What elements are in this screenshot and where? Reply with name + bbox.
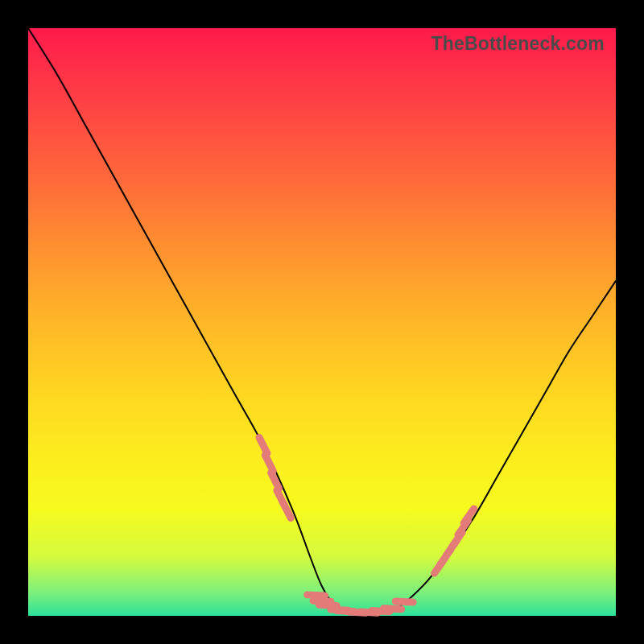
highlight-dash xyxy=(259,437,267,453)
highlight-dots-left xyxy=(259,437,291,518)
highlight-dash xyxy=(319,605,336,605)
highlight-dash xyxy=(265,455,273,471)
plot-area: TheBottleneck.com xyxy=(28,28,616,616)
bottleneck-curve xyxy=(28,28,616,613)
chart-svg xyxy=(28,28,616,616)
highlight-dots-valley xyxy=(308,595,413,613)
highlight-dash xyxy=(395,601,413,602)
chart-frame: TheBottleneck.com xyxy=(0,0,644,644)
highlight-dash xyxy=(384,609,402,609)
highlight-dots-right xyxy=(435,509,474,573)
highlight-dash xyxy=(308,595,325,596)
